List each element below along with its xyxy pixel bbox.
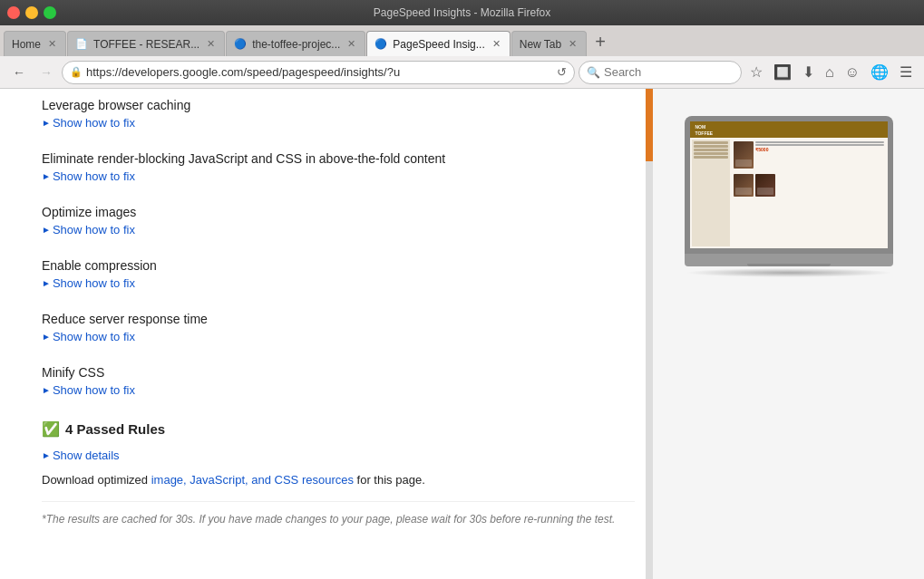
tab-toffee-close[interactable]: ✕ (205, 38, 217, 50)
search-icon: 🔍 (587, 66, 600, 79)
maximize-button[interactable] (44, 6, 56, 19)
smiley-icon[interactable]: ☺ (841, 62, 864, 82)
close-button[interactable] (7, 6, 20, 19)
new-tab-button[interactable]: + (591, 28, 609, 56)
page-content: Leverage browser caching ► Show how to f… (0, 89, 653, 579)
tab-toffee-project-favicon: 🔵 (234, 38, 247, 50)
laptop-screen-inner: NOMTOFFEE (690, 121, 888, 248)
tab-pagespeed[interactable]: 🔵 PageSpeed Insig... ✕ (366, 31, 510, 56)
product-text-2 (755, 144, 883, 146)
show-how-render[interactable]: ► Show how to fix (42, 169, 635, 183)
screen-header: NOMTOFFEE (690, 121, 888, 138)
rule-optimize-images: Optimize images ► Show how to fix (42, 205, 635, 246)
tab-newtab[interactable]: New Tab ✕ (511, 31, 587, 56)
tab-newtab-close[interactable]: ✕ (567, 38, 579, 50)
screen-logo: NOMTOFFEE (695, 123, 714, 136)
show-how-compression[interactable]: ► Show how to fix (42, 276, 635, 290)
product-row: ₹5000 (734, 141, 883, 169)
sidebar-line-2 (694, 145, 729, 148)
product-image-1 (734, 141, 754, 169)
forward-button[interactable]: → (34, 62, 58, 83)
tab-toffee-project[interactable]: 🔵 the-toffee-projec... ✕ (226, 31, 365, 56)
scrollbar[interactable] (646, 89, 653, 579)
tab-home-label: Home (12, 38, 41, 51)
scroll-thumb[interactable] (646, 89, 653, 161)
passed-title: 4 Passed Rules (65, 421, 165, 437)
rule-title-leverage: Leverage browser caching (42, 98, 635, 112)
product-image-3 (755, 174, 775, 197)
download-text: Download optimized image, JavaScript, an… (42, 473, 635, 487)
show-details-link[interactable]: ► Show details (42, 449, 635, 462)
reload-icon[interactable]: ↺ (557, 65, 567, 79)
show-how-images[interactable]: ► Show how to fix (42, 223, 635, 236)
nav-bar: ← → 🔒 ↺ 🔍 ☆ 🔲 ⬇ ⌂ ☺ 🌐 ☰ (0, 56, 924, 89)
cached-note: *The results are cached for 30s. If you … (42, 501, 635, 527)
tab-home-close[interactable]: ✕ (46, 38, 58, 50)
sidebar-line-5 (694, 156, 729, 159)
tab-newtab-label: New Tab (520, 38, 561, 51)
rule-title-images: Optimize images (42, 205, 635, 219)
arrow-icon-details: ► (42, 450, 51, 460)
identity-icon[interactable]: 🔲 (769, 62, 796, 82)
tab-pagespeed-favicon: 🔵 (374, 38, 387, 50)
product-text-1 (755, 141, 883, 143)
sidebar-line-3 (694, 149, 729, 151)
back-button[interactable]: ← (7, 62, 31, 83)
url-input[interactable] (86, 65, 553, 79)
product-price: ₹5000 (755, 147, 883, 152)
minimize-button[interactable] (25, 6, 38, 19)
laptop-base (685, 254, 893, 266)
rule-leverage-browser-caching: Leverage browser caching ► Show how to f… (42, 98, 635, 139)
show-how-css[interactable]: ► Show how to fix (42, 383, 635, 397)
show-how-server[interactable]: ► Show how to fix (42, 330, 635, 343)
rule-title-css: Minify CSS (42, 365, 635, 380)
nav-actions: ☆ 🔲 ⬇ ⌂ ☺ 🌐 ☰ (745, 62, 917, 82)
lock-icon: 🔒 (70, 66, 83, 78)
passed-section-header: ✅ 4 Passed Rules (42, 420, 635, 438)
bookmark-icon[interactable]: ☆ (745, 62, 767, 82)
passed-rules-section: ✅ 4 Passed Rules ► Show details (42, 420, 635, 462)
home-icon[interactable]: ⌂ (821, 62, 839, 82)
screen-sidebar-col (692, 140, 731, 246)
tab-toffee-favicon: 📄 (75, 38, 88, 50)
window-title: PageSpeed Insights - Mozilla Firefox (374, 6, 550, 19)
rule-reduce-server: Reduce server response time ► Show how t… (42, 312, 635, 352)
rule-title-render: Eliminate render-blocking JavaScript and… (42, 151, 635, 166)
content-inner: Leverage browser caching ► Show how to f… (0, 89, 653, 545)
laptop-shadow (685, 268, 893, 277)
laptop-mockup: NOMTOFFEE (685, 116, 893, 277)
download-link[interactable]: image, JavaScript, and CSS resources (151, 473, 354, 487)
screen-body: ₹5000 (690, 138, 888, 248)
address-bar[interactable]: 🔒 ↺ (62, 61, 575, 84)
tab-toffee[interactable]: 📄 TOFFEE - RESEAR... ✕ (67, 31, 225, 56)
rule-title-server: Reduce server response time (42, 312, 635, 326)
product-details: ₹5000 (755, 141, 883, 169)
rule-title-compression: Enable compression (42, 258, 635, 273)
download-icon[interactable]: ⬇ (798, 62, 819, 82)
arrow-icon-css: ► (42, 385, 51, 395)
tab-toffee-project-label: the-toffee-projec... (252, 38, 340, 51)
menu-icon[interactable]: ☰ (895, 62, 917, 82)
product-image-2 (734, 174, 754, 197)
tab-toffee-project-close[interactable]: ✕ (345, 38, 357, 50)
arrow-icon-leverage: ► (42, 118, 51, 128)
rule-enable-compression: Enable compression ► Show how to fix (42, 258, 635, 299)
arrow-icon-render: ► (42, 171, 51, 181)
tab-home[interactable]: Home ✕ (4, 31, 66, 56)
rule-minify-css: Minify CSS ► Show how to fix (42, 365, 635, 406)
search-bar[interactable]: 🔍 (579, 61, 742, 84)
rule-eliminate-render-blocking: Eliminate render-blocking JavaScript and… (42, 151, 635, 192)
browser-content: Leverage browser caching ► Show how to f… (0, 89, 924, 579)
tab-toffee-label: TOFFEE - RESEAR... (93, 38, 199, 51)
page-sidebar: NOMTOFFEE (653, 89, 924, 579)
fx-icon[interactable]: 🌐 (866, 62, 893, 82)
titlebar: PageSpeed Insights - Mozilla Firefox (0, 0, 924, 25)
tab-pagespeed-close[interactable]: ✕ (491, 38, 502, 50)
sidebar-line-4 (694, 152, 729, 155)
show-how-leverage[interactable]: ► Show how to fix (42, 116, 635, 130)
laptop-screen-outer: NOMTOFFEE (685, 116, 893, 254)
screen-content: NOMTOFFEE (690, 121, 888, 248)
search-input[interactable] (604, 65, 713, 79)
tab-pagespeed-label: PageSpeed Insig... (393, 38, 484, 51)
arrow-icon-images: ► (42, 225, 51, 235)
